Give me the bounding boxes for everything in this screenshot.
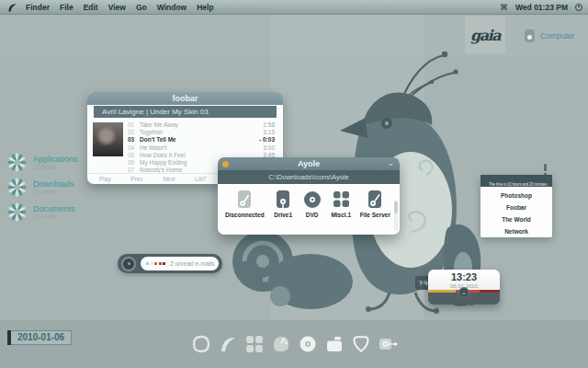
clock-time: 13:23 [428,270,500,283]
chevron-down-icon[interactable]: ⌄ [387,157,394,169]
track-title: He Wasn't [140,144,167,151]
menu-item-window[interactable]: Window [157,3,187,12]
mail-status-dots [146,262,165,265]
shortcut-label: Documents [33,204,75,213]
track-title: Don't Tell Me [140,136,176,143]
mail-orb-icon [121,257,136,271]
track-number: 03 [128,136,140,143]
file-server-icon [365,190,385,211]
panel-item-network[interactable]: Network [481,225,552,237]
ayole-title: Ayole [298,159,320,168]
panel-item-photoshop[interactable]: Photoshop [481,190,552,201]
clock-widget: 13:23 06.01.2010 ⌄ [428,270,500,305]
starburst-icon [7,153,27,172]
shortcut-documents[interactable]: Documents 27 items [7,202,75,222]
disconnected-drive-icon [234,190,254,211]
track-title: How Does It Feel [140,152,186,158]
track-number: 04 [128,144,140,151]
close-button[interactable] [222,161,229,167]
starburst-icon [7,178,27,197]
scrollbar-thumb[interactable] [394,201,398,213]
ring-icon[interactable] [575,4,582,11]
play-button[interactable]: Play [99,176,111,182]
ayole-titlebar[interactable]: Ayole ⌄ [218,157,400,170]
scrollbar[interactable] [394,200,398,231]
dock [0,333,588,355]
misc-petals-icon [331,190,351,211]
ayole-body: Disconnected Drive1 DVD [218,184,400,235]
track-row[interactable]: 01 Take Me Away 2:58 [128,121,275,128]
starburst-icon [7,202,27,222]
computer-shortcut[interactable]: Computer [525,29,574,42]
clock-expand-button[interactable]: ⌄ [458,287,469,298]
file-item-file-server[interactable]: File Server [360,184,390,235]
leaf-sparkles-icon[interactable] [270,333,292,355]
gaia-logo-tile: gaia [465,17,505,53]
menubar-clock[interactable]: Wed 01:23 PM [515,3,568,12]
menu-item-go[interactable]: Go [136,3,147,12]
email-widget[interactable]: 2 unread e-mails [118,254,222,273]
path-bar[interactable]: C:\Downloads\Icons\Ayole [218,170,400,184]
track-number: 01 [128,121,140,128]
now-playing-bar: Avril Lavigne | Under My Skin 03 [94,106,277,118]
menu-item-finder[interactable]: Finder [26,3,50,12]
track-time: 2:58 [263,121,275,128]
file-item-label: DVD [306,212,319,218]
track-title: Take Me Away [140,121,178,128]
swoosh-icon[interactable] [217,333,239,355]
foobar-titlebar[interactable]: foobar [87,92,283,105]
menu-bar: Finder File Edit View Go Window Help ⌘ W… [0,0,588,15]
swoosh-logo[interactable] [6,2,17,13]
time-panel: The time is 13 hours and 23 minutes. Pho… [481,175,552,237]
shortcut-count: 27 items [33,213,75,221]
track-time: - 0:03 [259,136,275,143]
disc-icon[interactable] [297,333,319,355]
next-button[interactable]: Next [163,176,175,182]
connector-icon[interactable] [377,333,399,355]
command-key-icon[interactable]: ⌘ [500,3,508,12]
shield-heart-icon[interactable] [350,333,372,355]
leaf-outline-icon[interactable] [190,333,212,355]
shortcut-label: Applications [33,155,78,164]
folder-icon[interactable] [323,333,345,355]
panel-pin-icon [544,164,547,175]
track-row-current[interactable]: 03 Don't Tell Me - 0:03 [128,136,275,144]
track-time: 3:00 [263,144,275,151]
file-item-disconnected[interactable]: Disconnected [225,184,265,235]
shortcut-count: 20 items [33,164,78,171]
track-title: Together [140,129,163,135]
shortcut-count: 27 items [33,189,74,196]
track-row[interactable]: 02 Together 3:15 [128,128,275,135]
track-number: 02 [128,129,140,135]
album-art [93,122,123,156]
menu-item-edit[interactable]: Edit [84,3,98,12]
shortcut-applications[interactable]: Applications 20 items [7,153,78,172]
file-item-miscl1[interactable]: Miscl.1 [331,184,351,235]
desktop: Finder File Edit View Go Window Help ⌘ W… [0,0,588,368]
track-row[interactable]: 04 He Wasn't 3:00 [128,144,275,151]
time-panel-header: The time is 13 hours and 23 minutes. [481,175,552,187]
computer-label: Computer [540,31,574,40]
computer-drive-icon [525,29,535,42]
drive-icon [273,190,293,211]
file-item-dvd[interactable]: DVD [302,184,322,235]
prev-button[interactable]: Prev [130,176,142,182]
panel-item-foobar[interactable]: Foobar [481,201,552,213]
menu-item-view[interactable]: View [108,3,126,12]
track-number: 06 [128,159,140,166]
gaia-logo: gaia [470,27,500,44]
file-item-label: File Server [360,212,390,218]
file-item-label: Disconnected [225,212,265,218]
petals-icon[interactable] [243,333,266,355]
file-item-drive1[interactable]: Drive1 [273,184,293,235]
dvd-icon [302,190,322,211]
email-pill: 2 unread e-mails [141,257,219,270]
menu-item-help[interactable]: Help [197,3,213,12]
shortcut-downloads[interactable]: Downloads 27 items [7,178,74,197]
track-title: My Happy Ending [140,159,187,166]
track-number: 05 [128,152,140,158]
menu-item-file[interactable]: File [60,3,74,12]
library-button[interactable]: LibT [195,176,207,182]
panel-item-the-world[interactable]: The World [481,213,552,225]
ayole-window: Ayole ⌄ C:\Downloads\Icons\Ayole Disconn… [218,157,400,235]
